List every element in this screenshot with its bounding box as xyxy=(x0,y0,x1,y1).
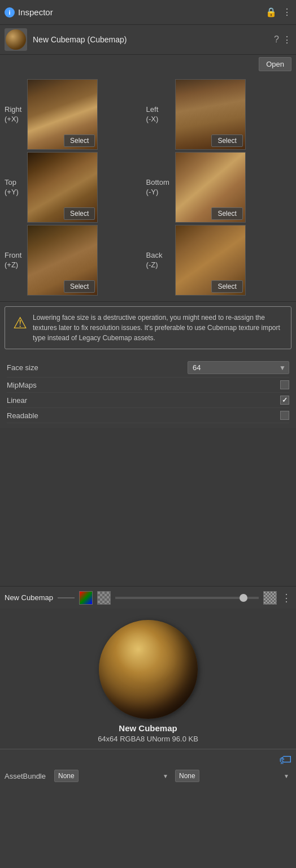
readable-label: Readable xyxy=(7,411,280,420)
asset-bundle-label: AssetBundle xyxy=(5,772,50,780)
more-icon[interactable]: ⋮ xyxy=(282,7,291,18)
preview-divider xyxy=(58,597,75,598)
linear-check: ✓ xyxy=(282,396,288,404)
face-right-label: Right(+X) xyxy=(5,105,25,124)
face-size-control[interactable]: 16 32 64 128 256 512 1024 2048 ▼ xyxy=(188,361,289,374)
preview-more-icon[interactable]: ⋮ xyxy=(281,592,291,604)
face-bottom-slot: Select xyxy=(175,152,246,223)
face-left-label: Left(-X) xyxy=(146,105,173,124)
face-right-select[interactable]: Select xyxy=(64,134,95,147)
face-back-label: Back(-Z) xyxy=(146,251,173,270)
face-left-slot: Select xyxy=(175,79,246,150)
mipmaps-label: MipMaps xyxy=(7,381,280,389)
lock-icon[interactable]: 🔒 xyxy=(265,7,277,18)
inspector-icon: i xyxy=(5,7,15,18)
settings-section: Face size 16 32 64 128 256 512 1024 2048… xyxy=(0,354,296,428)
face-front-slot: Select xyxy=(27,225,98,296)
face-size-dropdown[interactable]: 16 32 64 128 256 512 1024 2048 xyxy=(188,361,289,374)
readable-row: Readable xyxy=(7,408,289,423)
header-actions: 🔒 ⋮ xyxy=(265,7,291,18)
preview-bar-name: New Cubemap xyxy=(5,593,53,602)
asset-sphere-preview xyxy=(6,29,26,50)
asset-thumbnail xyxy=(5,28,27,51)
preview-sphere xyxy=(99,620,198,719)
asset-bundle-variant-arrow: ▼ xyxy=(284,773,289,779)
preview-caption: New Cubemap 64x64 RGBA8 UNorm 96.0 KB xyxy=(98,723,198,743)
face-right-slot: Select xyxy=(27,79,98,150)
face-top-slot: Select xyxy=(27,152,98,223)
preview-slider[interactable] xyxy=(115,597,259,599)
faces-section: Right(+X) Select Left(-X) Select Top(+Y)… xyxy=(0,73,296,302)
face-bottom-select[interactable]: Select xyxy=(211,207,242,220)
preview-bar: New Cubemap ⋮ xyxy=(0,586,296,609)
linear-row: Linear ✓ xyxy=(7,393,289,408)
linear-checkbox[interactable]: ✓ xyxy=(280,396,289,405)
open-button[interactable]: Open xyxy=(259,57,291,71)
face-back-select[interactable]: Select xyxy=(211,280,242,293)
mipmaps-row: MipMaps xyxy=(7,377,289,393)
asset-bundle-name-dropdown[interactable]: None xyxy=(54,770,79,782)
preview-alpha-button[interactable] xyxy=(97,591,111,605)
asset-bundle-name-wrapper: None ▼ xyxy=(54,770,171,782)
asset-bundle-variant-wrapper: None ▼ xyxy=(175,770,291,782)
face-front-label: Front(+Z) xyxy=(5,251,25,270)
warning-text: Lowering face size is a destructive oper… xyxy=(33,313,285,343)
asset-bundle-section: 🏷 AssetBundle None ▼ None ▼ xyxy=(0,749,296,785)
warning-icon: ⚠ xyxy=(13,314,27,332)
asset-more-icon[interactable]: ⋮ xyxy=(282,34,291,45)
preview-image-area: New Cubemap 64x64 RGBA8 UNorm 96.0 KB xyxy=(0,609,296,749)
header-title: Inspector xyxy=(18,7,265,17)
readable-checkbox[interactable] xyxy=(280,411,289,420)
face-size-row: Face size 16 32 64 128 256 512 1024 2048… xyxy=(7,358,289,377)
header-bar: i Inspector 🔒 ⋮ xyxy=(0,0,296,25)
face-top-select[interactable]: Select xyxy=(64,207,95,220)
preview-checkerboard-button[interactable] xyxy=(263,591,277,605)
asset-row: New Cubemap (Cubemap) ? ⋮ xyxy=(0,25,296,55)
warning-box: ⚠ Lowering face size is a destructive op… xyxy=(5,306,291,349)
preview-rgb-button[interactable] xyxy=(79,591,93,605)
face-top-label: Top(+Y) xyxy=(5,178,25,197)
asset-bundle-tag-icon[interactable]: 🏷 xyxy=(279,753,291,767)
preview-caption-name: New Cubemap xyxy=(98,723,198,733)
face-left-select[interactable]: Select xyxy=(211,134,242,147)
spacer-area xyxy=(0,428,296,586)
face-size-label: Face size xyxy=(7,363,188,372)
face-bottom-label: Bottom(-Y) xyxy=(146,178,173,197)
preview-slider-thumb[interactable] xyxy=(240,594,247,602)
face-front-select[interactable]: Select xyxy=(64,280,95,293)
help-icon[interactable]: ? xyxy=(274,34,279,45)
preview-caption-info: 64x64 RGBA8 UNorm 96.0 KB xyxy=(98,735,198,743)
faces-grid: Right(+X) Select Left(-X) Select Top(+Y)… xyxy=(5,79,291,296)
face-back-slot: Select xyxy=(175,225,246,296)
asset-bundle-variant-dropdown[interactable]: None xyxy=(175,770,199,782)
mipmaps-checkbox[interactable] xyxy=(280,380,289,389)
asset-actions: ? ⋮ xyxy=(274,34,291,45)
asset-bundle-name-arrow: ▼ xyxy=(163,773,168,779)
asset-name: New Cubemap (Cubemap) xyxy=(33,35,274,44)
asset-bundle-row: AssetBundle None ▼ None ▼ xyxy=(5,770,291,782)
linear-label: Linear xyxy=(7,396,280,405)
